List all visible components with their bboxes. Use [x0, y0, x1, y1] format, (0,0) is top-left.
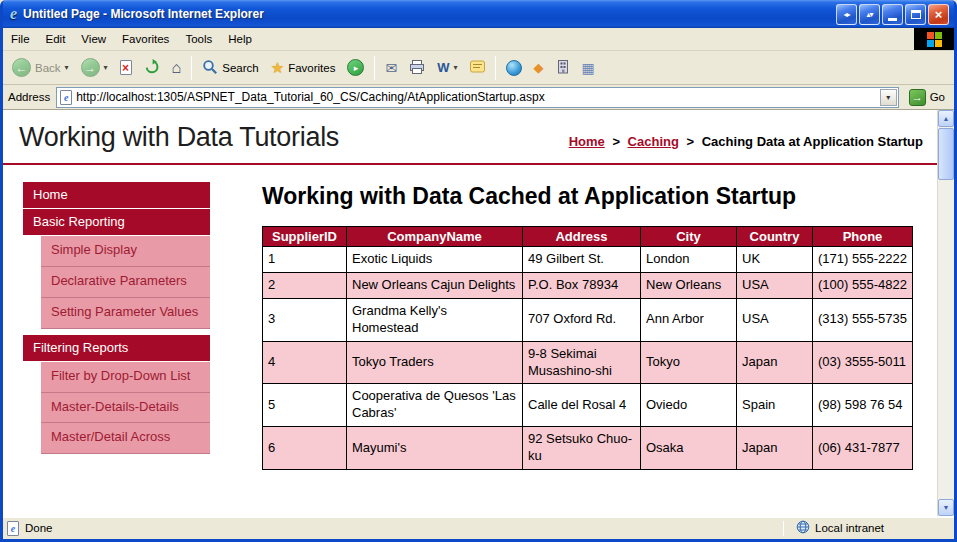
suppliers-table: SupplierID CompanyName Address City Coun… — [262, 226, 913, 470]
stop-icon: × — [120, 60, 132, 75]
table-row: 1 Exotic Liquids 49 Gilbert St. London U… — [263, 247, 913, 273]
breadcrumb-caching-link[interactable]: Caching — [628, 134, 679, 149]
back-button[interactable]: ← Back ▾ — [7, 54, 74, 82]
breadcrumb-separator: > — [687, 134, 695, 149]
quick-links-button[interactable]: ▦ — [577, 54, 600, 82]
site-header: Working with Data Tutorials Home > Cachi… — [3, 110, 937, 153]
browser-window: e Untitled Page - Microsoft Internet Exp… — [0, 0, 957, 542]
breadcrumb: Home > Caching > Caching Data at Applica… — [569, 126, 923, 149]
mail-button[interactable]: ✉ — [380, 54, 402, 82]
edit-caret-icon: ▾ — [453, 63, 457, 72]
research-button[interactable] — [551, 54, 575, 82]
menu-bar: File Edit View Favorites Tools Help — [3, 28, 954, 51]
forward-icon: → — [81, 58, 100, 77]
site-title: Working with Data Tutorials — [19, 122, 339, 153]
address-dropdown-button[interactable]: ▾ — [880, 89, 897, 106]
pan-button[interactable]: ◂▸ — [836, 4, 857, 25]
window-buttons: ◂▸ ▴▾ × — [836, 4, 949, 25]
table-row: 5 Cooperativa de Quesos 'Las Cabras' Cal… — [263, 384, 913, 427]
sidebar-item-basic-reporting[interactable]: Basic Reporting — [23, 209, 210, 235]
close-button[interactable]: × — [928, 4, 949, 25]
maximize-button[interactable] — [905, 4, 926, 25]
sidebar-item-declarative-parameters[interactable]: Declarative Parameters — [41, 267, 210, 298]
refresh-button[interactable] — [139, 54, 165, 82]
discuss-icon — [470, 60, 485, 76]
roll-button[interactable]: ▴▾ — [859, 4, 880, 25]
favorites-label: Favorites — [288, 62, 335, 74]
breadcrumb-home-link[interactable]: Home — [569, 134, 605, 149]
sidebar-item-simple-display[interactable]: Simple Display — [41, 236, 210, 267]
sidebar-item-master-details-details[interactable]: Master-Details-Details — [41, 393, 210, 424]
stop-button[interactable]: × — [115, 54, 137, 82]
address-input[interactable] — [76, 90, 875, 104]
favorites-star-icon: ★ — [271, 59, 284, 77]
windows-logo — [914, 28, 954, 50]
maximize-icon — [911, 10, 921, 19]
status-bar: e Done Local intranet — [3, 516, 954, 539]
browser-viewport: Working with Data Tutorials Home > Cachi… — [3, 110, 954, 516]
minimize-button[interactable] — [882, 4, 903, 25]
edit-button[interactable]: W ▾ — [432, 54, 462, 82]
status-divider — [783, 521, 784, 536]
scroll-up-button[interactable]: ▲ — [938, 110, 954, 127]
security-zone-pane: Local intranet — [790, 520, 950, 536]
minimize-icon — [888, 18, 897, 21]
page-title: Working with Data Cached at Application … — [262, 182, 822, 210]
go-label: Go — [930, 91, 945, 103]
scroll-thumb[interactable] — [938, 128, 954, 180]
search-label: Search — [222, 62, 258, 74]
menu-view[interactable]: View — [73, 28, 114, 50]
address-bar: Address e ▾ → Go — [3, 85, 954, 110]
intranet-zone-icon — [796, 520, 810, 536]
refresh-icon — [144, 59, 160, 77]
discuss-button[interactable] — [465, 54, 490, 82]
table-row: 6 Mayumi's 92 Setsuko Chuo-ku Osaka Japa… — [263, 427, 913, 470]
table-row: 3 Grandma Kelly's Homestead 707 Oxford R… — [263, 298, 913, 341]
highlighter-button[interactable]: ◆ — [529, 54, 549, 82]
window-title: Untitled Page - Microsoft Internet Explo… — [23, 7, 830, 21]
back-caret-icon: ▾ — [65, 63, 69, 72]
home-button[interactable]: ⌂ — [167, 54, 187, 82]
search-button[interactable]: Search — [197, 54, 263, 82]
scroll-track[interactable] — [938, 181, 954, 499]
menu-favorites[interactable]: Favorites — [114, 28, 177, 50]
sidebar-item-home[interactable]: Home — [23, 182, 210, 208]
sidebar-nav: Home Basic Reporting Simple Display Decl… — [23, 182, 210, 470]
search-icon — [202, 59, 218, 77]
table-row: 4 Tokyo Traders 9-8 Sekimai Musashino-sh… — [263, 341, 913, 384]
status-page-icon: e — [7, 521, 19, 536]
sidebar-item-filter-by-dropdown-list[interactable]: Filter by Drop-Down List — [41, 362, 210, 393]
media-button[interactable]: ▸ — [342, 54, 369, 82]
address-input-box: e ▾ — [56, 87, 898, 108]
table-header-row: SupplierID CompanyName Address City Coun… — [263, 227, 913, 247]
favorites-button[interactable]: ★ Favorites — [266, 54, 341, 82]
vertical-scrollbar[interactable]: ▲ ▼ — [937, 110, 954, 516]
column-header-country: Country — [737, 227, 813, 247]
breadcrumb-separator: > — [612, 134, 620, 149]
status-text: Done — [25, 522, 53, 534]
zone-label: Local intranet — [815, 522, 884, 534]
menu-edit[interactable]: Edit — [38, 28, 74, 50]
print-icon — [409, 59, 425, 77]
toolbar-separator — [374, 56, 375, 80]
sidebar-item-filtering-reports[interactable]: Filtering Reports — [23, 335, 210, 361]
title-bar: e Untitled Page - Microsoft Internet Exp… — [3, 0, 954, 28]
page-layout: Home Basic Reporting Simple Display Decl… — [3, 165, 937, 470]
column-header-address: Address — [523, 227, 641, 247]
edit-word-icon: W — [437, 60, 449, 75]
menu-file[interactable]: File — [3, 28, 38, 50]
menu-help[interactable]: Help — [220, 28, 260, 50]
back-label: Back — [35, 62, 61, 74]
forward-button[interactable]: → ▾ — [76, 54, 113, 82]
sidebar-item-master-detail-across[interactable]: Master/Detail Across — [41, 423, 210, 454]
messenger-button[interactable] — [501, 54, 527, 82]
column-header-city: City — [641, 227, 737, 247]
sidebar-item-setting-parameter-values[interactable]: Setting Parameter Values — [41, 298, 210, 329]
scroll-down-button[interactable]: ▼ — [938, 499, 954, 516]
messenger-icon — [506, 60, 522, 76]
print-button[interactable] — [404, 54, 430, 82]
home-icon: ⌂ — [172, 59, 182, 77]
menu-tools[interactable]: Tools — [177, 28, 220, 50]
page-favicon: e — [60, 90, 72, 105]
go-button[interactable]: → Go — [905, 89, 949, 106]
